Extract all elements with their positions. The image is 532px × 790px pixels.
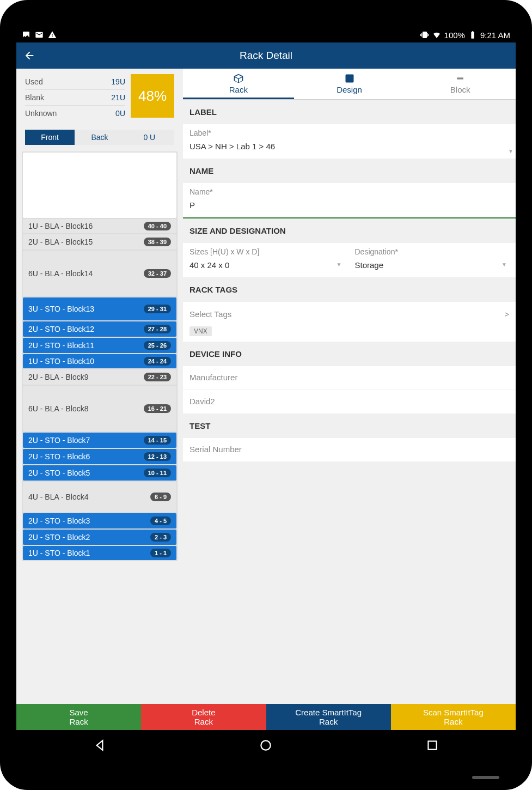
rack-block-label: 1U - STO - Block10: [28, 357, 94, 366]
rack-block[interactable]: 4U - BLA - Block46 - 9: [23, 482, 176, 512]
rack-block-label: 1U - BLA - Block16: [28, 222, 93, 230]
blank-value: 21U: [111, 93, 125, 102]
rack-block-label: 2U - STO - Block2: [28, 533, 90, 542]
app-bar: Rack Detail: [16, 42, 516, 69]
rack-block-range: 40 - 40: [144, 222, 171, 230]
usage-summary: Used19U Blank21U Unknown0U: [25, 74, 125, 121]
chevron-down-icon: ▼: [508, 148, 513, 154]
tab-design[interactable]: Design: [294, 69, 405, 99]
vibrate-icon: [420, 31, 429, 39]
section-test: TEST: [183, 414, 516, 438]
rack-block[interactable]: 2U - STO - Block22 - 3: [23, 530, 176, 545]
rack-block-label: 2U - STO - Block11: [28, 341, 94, 350]
rack-block-range: 10 - 11: [144, 469, 171, 477]
rack-block-label: 2U - STO - Block7: [28, 436, 90, 445]
rack-block-range: 2 - 3: [150, 533, 171, 542]
rack-block-label: 2U - STO - Block5: [28, 469, 90, 477]
rack-block-range: 27 - 28: [144, 325, 171, 333]
rack-block[interactable]: 6U - BLA - Block816 - 21: [23, 386, 176, 432]
battery-icon: [468, 31, 477, 39]
rack-block[interactable]: 2U - STO - Block1227 - 28: [23, 321, 176, 337]
rack-block[interactable]: 2U - STO - Block714 - 15: [23, 433, 176, 448]
rack-block[interactable]: 2U - STO - Block612 - 13: [23, 449, 176, 464]
size-field[interactable]: Sizes [H(U) x W x D] 40 x 24 x 0 ▼: [189, 247, 344, 272]
rack-block-label: 3U - STO - Block13: [28, 305, 94, 313]
document-icon: [344, 73, 355, 84]
rack-block-range: 6 - 9: [150, 493, 171, 501]
chevron-down-icon: ▼: [502, 262, 507, 268]
rack-block[interactable]: 1U - STO - Block1024 - 24: [23, 354, 176, 368]
rack-block-label: 2U - STO - Block6: [28, 452, 90, 461]
bottom-actions: Save Rack Delete Rack Create SmartItTag …: [16, 704, 516, 730]
rack-block[interactable]: 2U - STO - Block510 - 11: [23, 465, 176, 481]
unknown-label: Unknown: [25, 109, 57, 118]
name-field[interactable]: Name* P: [183, 183, 516, 218]
label-field[interactable]: Label* USA > NH > Lab 1 > 46 ▼: [183, 124, 516, 159]
minus-icon: [455, 73, 466, 84]
rack-block-label: 6U - BLA - Block14: [28, 269, 93, 278]
used-value: 19U: [111, 77, 125, 86]
rack-block[interactable]: 2U - BLA - Block1538 - 39: [23, 234, 176, 250]
rack-block[interactable]: 1U - STO - Block11 - 1: [23, 546, 176, 560]
android-nav-bar: [16, 730, 516, 763]
chevron-right-icon: >: [504, 309, 509, 319]
serial-field[interactable]: Serial Number: [183, 438, 516, 461]
section-tags: RACK TAGS: [183, 277, 516, 302]
rack-block-label: 6U - BLA - Block8: [28, 404, 89, 413]
delete-button[interactable]: Delete Rack: [141, 704, 266, 730]
usage-percent: 48%: [131, 74, 174, 118]
rack-block[interactable]: 1U - BLA - Block1640 - 40: [23, 219, 176, 233]
rack-block[interactable]: 6U - BLA - Block1432 - 37: [23, 251, 176, 296]
device-value-field[interactable]: David2: [183, 390, 516, 414]
nav-recent-icon[interactable]: [425, 738, 439, 755]
rack-block-range: 24 - 24: [144, 357, 171, 366]
status-bar: 100% 9:21 AM: [16, 27, 516, 42]
save-button[interactable]: Save Rack: [16, 704, 141, 730]
image-icon: [22, 31, 30, 39]
rack-block[interactable]: 2U - BLA - Block922 - 23: [23, 369, 176, 385]
rack-block-range: 4 - 5: [150, 516, 171, 525]
segment-units[interactable]: 0 U: [125, 130, 174, 145]
tab-block[interactable]: Block: [405, 69, 516, 99]
detail-tabs: Rack Design Block: [183, 69, 516, 100]
rack-block-label: 1U - STO - Block1: [28, 549, 90, 557]
rack-column: 1U - BLA - Block1640 - 402U - BLA - Bloc…: [22, 151, 178, 561]
rack-block[interactable]: 3U - STO - Block1329 - 31: [23, 297, 176, 320]
rack-block-label: 2U - BLA - Block15: [28, 238, 93, 246]
section-label: LABEL: [183, 100, 516, 124]
chevron-down-icon: ▼: [337, 262, 342, 268]
create-tag-button[interactable]: Create SmartItTag Rack: [266, 704, 391, 730]
wifi-icon: [432, 31, 441, 39]
rack-block[interactable]: 2U - STO - Block34 - 5: [23, 513, 176, 528]
rack-block-range: 32 - 37: [144, 269, 171, 278]
scan-tag-button[interactable]: Scan SmartItTag Rack: [391, 704, 516, 730]
tab-rack[interactable]: Rack: [183, 69, 294, 99]
right-panel: Rack Design Block LABEL Label* USA > NH …: [183, 69, 516, 704]
nav-home-icon[interactable]: [259, 738, 273, 755]
back-button[interactable]: [16, 42, 42, 69]
section-device: DEVICE INFO: [183, 342, 516, 366]
rack-empty-space: [23, 153, 176, 218]
svg-rect-0: [457, 77, 463, 79]
rack-block-range: 22 - 23: [144, 373, 171, 381]
clock-time: 9:21 AM: [480, 31, 510, 40]
tag-chip[interactable]: VNX: [189, 326, 212, 336]
rack-block-range: 12 - 13: [144, 452, 171, 461]
segment-back[interactable]: Back: [75, 130, 124, 145]
segment-front[interactable]: Front: [25, 130, 75, 145]
battery-percentage: 100%: [444, 31, 465, 40]
rack-block-range: 1 - 1: [150, 549, 171, 557]
rack-block[interactable]: 2U - STO - Block1125 - 26: [23, 338, 176, 353]
nav-back-icon[interactable]: [93, 738, 107, 755]
rack-block-range: 25 - 26: [144, 341, 171, 350]
mail-icon: [35, 31, 44, 39]
cube-icon: [233, 73, 244, 84]
section-name: NAME: [183, 159, 516, 183]
tags-field[interactable]: Select Tags > VNX: [183, 302, 516, 342]
rack-block-range: 38 - 39: [144, 238, 171, 246]
rack-block-label: 2U - STO - Block12: [28, 325, 94, 333]
manufacturer-field[interactable]: Manufacturer: [183, 366, 516, 390]
section-size: SIZE AND DESIGNATION: [183, 218, 516, 243]
designation-field[interactable]: Designation* Storage ▼: [355, 247, 510, 272]
rack-block-label: 4U - BLA - Block4: [28, 493, 89, 501]
